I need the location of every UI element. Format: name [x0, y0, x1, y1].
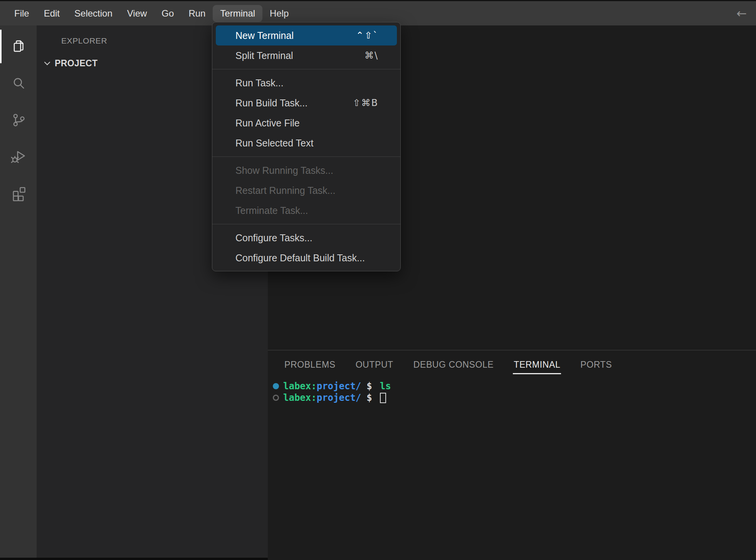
prompt-path: project/ [317, 380, 361, 392]
command-success-bullet-icon [273, 383, 279, 389]
back-arrow-icon[interactable]: ← [736, 7, 747, 20]
menu-help[interactable]: Help [262, 5, 296, 22]
prompt-path: project/ [317, 392, 361, 404]
prompt-user: labex: [283, 392, 317, 404]
shortcut-label: ⌃⇧` [356, 30, 378, 41]
tab-output[interactable]: OUTPUT [355, 353, 394, 374]
menu-item-run-active-file[interactable]: Run Active File [212, 113, 400, 133]
menu-separator [212, 224, 400, 224]
search-icon [10, 75, 27, 92]
terminal-cursor [380, 393, 386, 403]
extensions-icon [10, 185, 27, 202]
prompt-user: labex: [283, 380, 317, 392]
menu-separator [212, 156, 400, 157]
menu-item-split-terminal[interactable]: Split Terminal ⌘\ [212, 45, 400, 66]
tree-item-label: PROJECT [55, 58, 97, 69]
menu-edit[interactable]: Edit [37, 5, 67, 22]
activity-source-control-button[interactable] [0, 101, 37, 138]
menu-separator [212, 69, 400, 69]
tab-terminal[interactable]: TERMINAL [513, 353, 561, 374]
window-top-edge [0, 0, 756, 1]
tab-ports[interactable]: PORTS [580, 353, 613, 374]
terminal-command: ls [380, 380, 391, 392]
prompt-dollar: $ [366, 380, 372, 392]
terminal-menu-dropdown: New Terminal ⌃⇧` Split Terminal ⌘\ Run T… [212, 22, 401, 271]
command-pending-bullet-icon [273, 395, 279, 401]
tab-problems[interactable]: PROBLEMS [284, 353, 336, 374]
source-control-icon [10, 111, 27, 128]
menu-item-run-selected-text[interactable]: Run Selected Text [212, 133, 400, 153]
bottom-panel: PROBLEMS OUTPUT DEBUG CONSOLE TERMINAL P… [268, 350, 756, 560]
prompt-dollar: $ [366, 392, 372, 404]
menu-item-configure-default-build-task[interactable]: Configure Default Build Task... [212, 248, 400, 268]
menu-item-new-terminal[interactable]: New Terminal ⌃⇧` [216, 25, 397, 45]
files-icon [10, 38, 27, 55]
menu-item-restart-running-task: Restart Running Task... [212, 180, 400, 200]
menu-item-terminate-task: Terminate Task... [212, 200, 400, 220]
terminal-line: labex: project/ $ ls [273, 380, 756, 392]
menu-go[interactable]: Go [154, 5, 181, 22]
tab-debug-console[interactable]: DEBUG CONSOLE [413, 353, 494, 374]
terminal-line: labex: project/ $ [273, 392, 756, 404]
activity-run-debug-button[interactable] [0, 138, 37, 175]
menu-selection[interactable]: Selection [67, 5, 120, 22]
terminal-viewport[interactable]: labex: project/ $ ls labex: project/ $ [268, 380, 756, 404]
menu-item-run-build-task[interactable]: Run Build Task... ⇧⌘B [212, 93, 400, 113]
menu-file[interactable]: File [7, 5, 37, 22]
activity-extensions-button[interactable] [0, 175, 37, 211]
menu-item-configure-tasks[interactable]: Configure Tasks... [212, 228, 400, 248]
menu-view[interactable]: View [120, 5, 155, 22]
window-bottom-edge [0, 558, 268, 560]
activity-explorer-button[interactable] [0, 28, 37, 65]
menu-item-run-task[interactable]: Run Task... [212, 73, 400, 93]
activity-search-button[interactable] [0, 65, 37, 101]
menu-item-show-running-tasks: Show Running Tasks... [212, 160, 400, 180]
shortcut-label: ⌘\ [365, 50, 378, 61]
menu-run[interactable]: Run [181, 5, 213, 22]
menu-terminal[interactable]: Terminal [213, 5, 262, 22]
shortcut-label: ⇧⌘B [353, 98, 378, 108]
chevron-down-icon [44, 59, 50, 65]
activity-bar [0, 25, 37, 558]
run-and-debug-icon [10, 148, 27, 165]
panel-tab-bar: PROBLEMS OUTPUT DEBUG CONSOLE TERMINAL P… [268, 350, 756, 377]
